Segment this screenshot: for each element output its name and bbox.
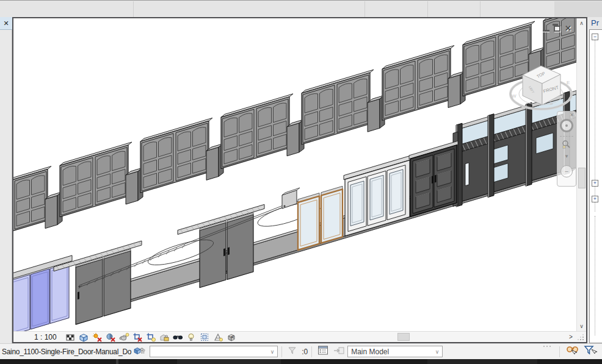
zoom-tool-icon[interactable] [562,140,571,149]
project-browser-tree: − + + [589,29,602,343]
selection-count: :0 [302,348,308,356]
lock-3d-view-icon[interactable] [159,332,170,342]
navbar-close-icon[interactable]: ✕ [570,113,574,118]
vertical-scrollbar[interactable]: ∧ ∨ [576,18,586,331]
worksharing-display-icon[interactable] [565,344,580,359]
left-docked-panel-edge: ✕ [0,17,12,343]
active-option-only-icon [333,345,346,358]
wheel-2d-button[interactable]: − [560,165,573,177]
status-family-name: Saino_1100-Single-Fire_Door-Manual_Do [2,348,131,356]
status-separator [559,346,560,357]
chevron-down-icon[interactable]: ∨ [267,349,277,355]
horizontal-scrollbar[interactable]: < > [228,332,575,343]
ribbon-right-area [554,1,602,18]
scroll-down-icon[interactable]: ∨ [577,321,586,331]
view-scale-button[interactable]: 1 : 100 [34,333,57,341]
search-input[interactable] [150,347,267,356]
horizontal-scrollbar-thumb[interactable] [397,333,410,341]
filter-disabled-icon [288,346,299,357]
view-window-controls: ✕ [543,24,571,34]
taskbar-segment [177,359,281,364]
minimize-icon[interactable] [543,30,549,32]
tree-collapse-button[interactable]: − [592,34,598,40]
project-browser-title: Pr [588,17,602,27]
temporary-hide-isolate-icon[interactable] [173,332,183,342]
search-combobox[interactable]: ∨ [150,346,278,357]
tree-expand-button[interactable]: + [592,196,598,202]
taskbar-segment [116,359,118,364]
tree-expand-button[interactable]: + [592,180,598,187]
resize-grip[interactable] [575,332,586,343]
analytical-model-icon[interactable] [213,332,223,342]
family-icon [133,346,145,357]
sun-path-off-icon[interactable] [92,332,103,342]
scroll-up-icon[interactable]: ∧ [577,18,586,28]
chevron-down-icon[interactable]: ∨ [432,349,442,355]
drawing-view-window: ✕ TOP FRONT LEFT W S E ✕ ▾ [12,17,587,343]
taskbar-segment [427,359,537,364]
horizontal-scrollbar-track[interactable] [237,332,567,343]
scroll-left-icon[interactable]: < [228,334,237,340]
view-bottom-bar: 1 : 100 [13,331,586,342]
viewcube[interactable]: TOP FRONT LEFT W S E [506,54,576,118]
view-control-bar: 1 : 100 [13,332,228,342]
ribbon-bottom-strip [0,0,602,17]
design-option-value: Main Model [351,348,432,356]
compass-east-label[interactable]: E [567,80,570,85]
scroll-right-icon[interactable]: > [567,334,575,340]
steering-wheel-icon[interactable] [560,119,573,132]
ribbon-separator [364,1,365,17]
status-grip-dots [543,346,552,348]
project-browser-panel-edge: Pr − + + [588,17,602,343]
reveal-hidden-elements-icon[interactable] [186,332,197,342]
filter-selection-icon[interactable] [584,344,598,359]
ribbon-separator [133,1,134,17]
ribbon-separator [480,1,481,17]
navigation-bar: ✕ ▾ − [557,111,576,187]
restore-icon[interactable] [554,26,560,32]
rendering-dialog-icon[interactable] [119,332,129,342]
shadows-off-icon[interactable] [106,332,116,342]
revit-application-window: ✕ ✕ TOP FRONT LEFT W S E ✕ [0,0,602,364]
compass-south-label[interactable]: S [549,101,553,106]
crop-view-off-icon[interactable] [132,332,143,342]
navbar-divider [560,136,573,137]
detail-level-icon[interactable] [65,332,76,342]
windows-taskbar-sliver [0,359,602,364]
status-separator [281,346,282,357]
vertical-scrollbar-thumb[interactable] [578,168,586,188]
status-bar: Saino_1100-Single-Fire_Door-Manual_Do ∨ … [0,343,602,359]
ribbon-separator [427,1,428,17]
design-options-dialog-icon[interactable] [317,345,330,358]
crop-region-visibility-icon[interactable] [146,332,156,342]
close-icon[interactable]: ✕ [565,24,571,34]
compass-west-label[interactable]: W [512,93,517,99]
design-option-combobox[interactable]: Main Model ∨ [347,346,443,357]
triple-glazed-white-door [344,155,411,236]
close-panel-button[interactable]: ✕ [0,17,12,30]
visual-style-icon[interactable] [79,332,89,342]
status-separator [311,346,312,357]
tree-connector-line [595,216,595,335]
temporary-view-properties-icon[interactable] [200,332,210,342]
navbar-expand-icon[interactable]: ▾ [565,153,568,159]
3d-model-view[interactable] [13,18,576,331]
